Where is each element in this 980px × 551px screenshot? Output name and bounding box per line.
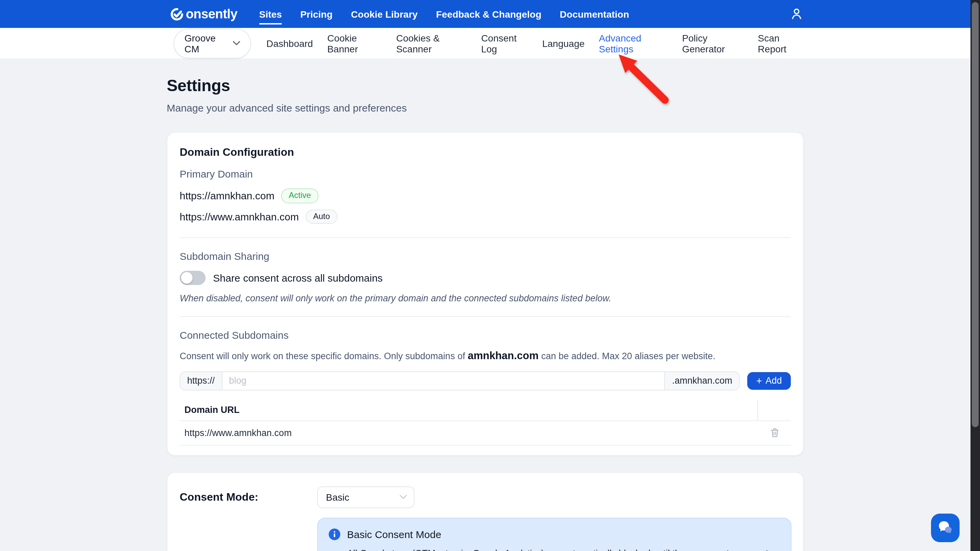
tab-cookies-scanner[interactable]: Cookies & Scanner [396,32,467,54]
table-header-row: Domain URL [180,400,791,421]
nav-sites[interactable]: Sites [259,8,282,19]
logo-text: onsently [186,6,237,21]
protocol-prefix: https:// [180,372,222,389]
user-account-icon[interactable] [789,7,804,21]
subdomain-sharing-toggle[interactable] [180,271,205,285]
nav-pricing[interactable]: Pricing [300,8,332,19]
tab-scan-report[interactable]: Scan Report [758,32,804,54]
table-cell-domain-url: https://www.amnkhan.com [180,421,758,445]
connected-subdomains-label: Connected Subdomains [180,329,791,341]
consent-mode-select[interactable]: Basic [317,486,414,508]
tab-language[interactable]: Language [542,38,585,49]
site-navbar: Groove CM Dashboard Cookie Banner Cookie… [0,28,970,59]
status-badge-active: Active [281,189,318,203]
page-title: Settings [167,76,804,95]
table-row: https://www.amnkhan.com [180,421,791,445]
www-domain-row: https://www.amnkhan.com Auto [180,209,791,224]
column-header-domain-url: Domain URL [180,400,757,420]
tab-consent-log[interactable]: Consent Log [481,32,528,54]
column-header-actions [757,400,791,420]
connected-subdomains-description: Consent will only work on these specific… [180,349,791,362]
description-domain: amnkhan.com [468,349,538,361]
app-window: onsently Sites Pricing Cookie Library Fe… [0,0,980,551]
chevron-down-icon [233,41,240,46]
toggle-knob [181,272,192,284]
divider [180,237,791,238]
subdomain-sharing-note: When disabled, consent will only work on… [180,293,791,303]
scrollbar [970,0,980,551]
site-selector-label: Groove CM [185,32,228,54]
consent-mode-card: Consent Mode: Basic [167,472,804,551]
trash-icon [770,428,779,437]
subdomains-table: Domain URL https://www.amnkhan.com [180,400,791,445]
consent-mode-selected-value: Basic [326,491,349,502]
add-subdomain-row: https:// .amnkhan.com + Add [180,371,791,390]
info-icon [329,528,340,540]
consently-logo[interactable]: onsently [169,6,237,21]
add-button-label: Add [765,375,782,386]
tab-policy-generator[interactable]: Policy Generator [682,32,743,54]
consently-logo-icon [169,6,185,21]
chat-bubbles-icon [937,519,954,537]
tab-advanced-settings[interactable]: Advanced Settings [599,32,668,54]
plus-icon: + [756,375,762,386]
tab-dashboard[interactable]: Dashboard [266,38,313,49]
add-subdomain-button[interactable]: + Add [747,372,791,389]
chat-widget-button[interactable] [931,514,959,542]
status-badge-auto: Auto [305,209,337,224]
consent-mode-infobox: Basic Consent Mode All Google tags (GTM,… [317,517,791,551]
subdomain-input[interactable] [222,372,665,389]
subdomain-sharing-row: Share consent across all subdomains [180,271,791,285]
primary-domain-label: Primary Domain [180,168,791,179]
infobox-body: All Google tags (GTM, gtag.js, Google An… [347,546,776,551]
site-selector-dropdown[interactable]: Groove CM [173,28,251,58]
subdomain-sharing-toggle-label: Share consent across all subdomains [213,272,383,284]
description-prefix: Consent will only work on these specific… [180,351,468,361]
chevron-down-icon [399,495,407,499]
main-content: Settings Manage your advanced site setti… [0,59,970,551]
page-subtitle: Manage your advanced site settings and p… [167,102,804,114]
top-navbar: onsently Sites Pricing Cookie Library Fe… [0,0,970,28]
domain-configuration-title: Domain Configuration [180,146,791,159]
subdomain-sharing-label: Subdomain Sharing [180,250,791,262]
tab-cookie-banner[interactable]: Cookie Banner [327,32,382,54]
nav-cookie-library[interactable]: Cookie Library [351,8,417,19]
primary-nav: Sites Pricing Cookie Library Feedback & … [259,8,629,19]
domain-suffix: .amnkhan.com [665,372,739,389]
www-domain-url: https://www.amnkhan.com [180,211,299,222]
nav-documentation[interactable]: Documentation [560,8,629,19]
nav-feedback-changelog[interactable]: Feedback & Changelog [436,8,541,19]
scrollbar-thumb[interactable] [972,2,978,427]
subdomain-input-group: https:// .amnkhan.com [180,371,740,390]
primary-domain-row: https://amnkhan.com Active [180,189,791,203]
divider [180,316,791,317]
description-suffix: can be added. Max 20 aliases per website… [539,351,715,361]
infobox-title: Basic Consent Mode [347,528,441,540]
site-tabs: Dashboard Cookie Banner Cookies & Scanne… [266,32,804,54]
delete-subdomain-button[interactable] [769,427,780,439]
domain-configuration-card: Domain Configuration Primary Domain http… [167,132,804,456]
consent-mode-label: Consent Mode: [180,486,317,551]
primary-domain-url: https://amnkhan.com [180,190,274,202]
